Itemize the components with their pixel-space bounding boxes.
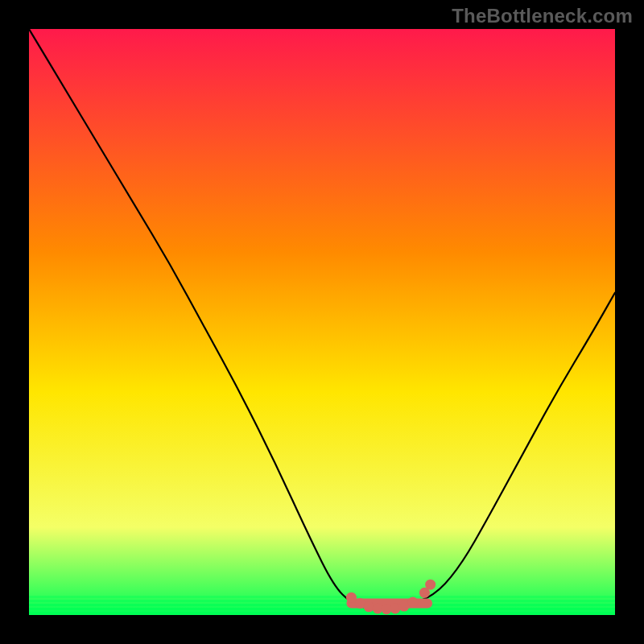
green-stripe: [29, 596, 615, 598]
gradient-background: [29, 29, 615, 615]
green-stripe: [29, 600, 615, 602]
green-stripe: [29, 612, 615, 614]
bottleneck-plot: [29, 29, 615, 615]
curve-marker: [425, 580, 436, 590]
green-stripe: [29, 608, 615, 610]
curve-marker: [390, 603, 401, 613]
curve-marker: [346, 592, 357, 603]
green-stripe: [29, 604, 615, 606]
chart-svg: [29, 29, 615, 615]
watermark-text: TheBottleneck.com: [452, 5, 633, 27]
curve-marker: [364, 601, 374, 612]
chart-frame: TheBottleneck.com: [0, 0, 644, 644]
curve-marker: [407, 597, 418, 607]
